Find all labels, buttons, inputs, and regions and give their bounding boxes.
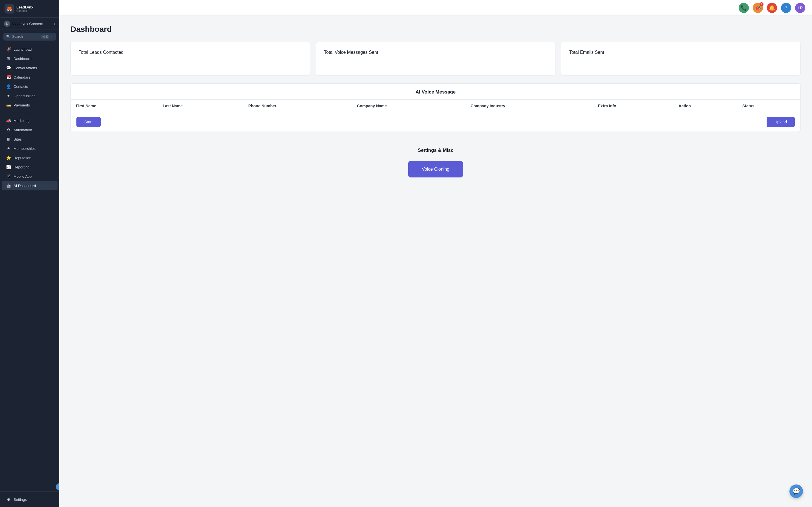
settings-misc-section: Settings & Misc Voice Cloning — [70, 140, 801, 185]
sidebar-item-ai-dashboard[interactable]: 🤖 AI Dashboard — [2, 181, 57, 190]
stat-card-leads: Total Leads Contacted – — [70, 42, 310, 75]
sidebar-item-reporting[interactable]: 📈 Reporting — [2, 163, 57, 172]
sidebar-collapse-button[interactable]: ‹ — [56, 483, 59, 490]
stat-value-leads: – — [79, 59, 302, 67]
reputation-icon: ⭐ — [6, 156, 11, 160]
ai-voice-section: AI Voice Message First Name Last Name Ph… — [70, 83, 801, 132]
ai-dashboard-icon: 🤖 — [6, 183, 11, 188]
col-company-name: Company Name — [352, 100, 465, 112]
sidebar-item-label: Automation — [13, 128, 32, 132]
notification-badge: 3 — [760, 2, 763, 6]
sidebar-item-marketing[interactable]: 📣 Marketing — [2, 116, 57, 125]
col-phone: Phone Number — [243, 100, 352, 112]
stats-row: Total Leads Contacted – Total Voice Mess… — [70, 42, 801, 75]
sidebar-item-label: Settings — [13, 497, 27, 502]
user-avatar[interactable]: LP — [795, 3, 805, 13]
ai-voice-section-title: AI Voice Message — [71, 83, 801, 100]
stat-label-leads: Total Leads Contacted — [79, 50, 302, 55]
col-extra-info: Extra Info — [593, 100, 673, 112]
settings-buttons: Voice Cloning — [76, 161, 795, 177]
contacts-icon: 👤 — [6, 84, 11, 89]
sidebar-item-contacts[interactable]: 👤 Contacts — [2, 82, 57, 91]
sidebar-item-payments[interactable]: 💳 Payments — [2, 101, 57, 110]
stat-card-emails: Total Emails Sent – — [561, 42, 801, 75]
sidebar-item-mobile-app[interactable]: 📱 Mobile App — [2, 172, 57, 181]
opportunities-icon: ✦ — [6, 94, 11, 98]
chevron-down-icon: ⌃↕ — [52, 22, 55, 25]
ai-voice-table-wrapper: First Name Last Name Phone Number Compan… — [71, 100, 801, 112]
sidebar-item-label: Conversations — [13, 66, 37, 70]
sidebar-item-calendars[interactable]: 📅 Calendars — [2, 73, 57, 82]
sidebar-item-label: Sites — [13, 137, 22, 142]
nav-divider — [3, 113, 56, 113]
nav-section-secondary: 📣 Marketing ⚙ Automation 🖥 Sites ★ Membe… — [0, 115, 59, 191]
sidebar-item-conversations[interactable]: 💬 Conversations — [2, 63, 57, 72]
help-button[interactable]: ? — [781, 3, 791, 13]
sidebar-item-label: Memberships — [13, 147, 36, 151]
logo-subtext: Connect — [16, 9, 33, 12]
calendars-icon: 📅 — [6, 75, 11, 79]
sidebar-item-label: Contacts — [13, 84, 28, 89]
col-company-industry: Company Industry — [465, 100, 593, 112]
phone-button[interactable]: 📞 — [739, 3, 749, 13]
stat-value-emails: – — [569, 59, 793, 67]
search-icon: 🔍 — [6, 35, 10, 39]
sites-icon: 🖥 — [6, 137, 11, 142]
workspace-avatar: L — [4, 20, 10, 27]
bell-icon: 🔔 — [769, 5, 775, 11]
phone-icon: 📞 — [741, 5, 747, 11]
sidebar-item-opportunities[interactable]: ✦ Opportunities — [2, 91, 57, 100]
col-first-name: First Name — [71, 100, 158, 112]
help-icon: ? — [784, 5, 787, 10]
chat-bubble-button[interactable]: 💬 — [790, 485, 803, 498]
topbar: 📞 📣 3 🔔 ? LP — [59, 0, 812, 16]
voice-cloning-button[interactable]: Voice Cloning — [408, 161, 463, 177]
memberships-icon: ★ — [6, 146, 11, 151]
marketing-icon: 📣 — [6, 118, 11, 123]
search-add-icon[interactable]: + — [51, 34, 53, 39]
sidebar-item-sites[interactable]: 🖥 Sites — [2, 135, 57, 144]
sidebar-item-label: Marketing — [13, 119, 30, 123]
stat-label-emails: Total Emails Sent — [569, 50, 793, 55]
conversations-icon: 💬 — [6, 66, 11, 70]
col-action: Action — [673, 100, 737, 112]
sidebar-logo: 🦊 LeadLynx Connect — [0, 0, 59, 18]
sidebar-item-memberships[interactable]: ★ Memberships — [2, 144, 57, 153]
workspace-selector[interactable]: L LeadLynx Connect ⌃↕ — [0, 18, 59, 30]
bell-button[interactable]: 🔔 — [767, 3, 777, 13]
logo-icon: 🦊 — [4, 4, 14, 13]
table-actions-row: Start Upload — [71, 112, 801, 131]
sidebar-bottom: ⚙ Settings — [0, 492, 59, 507]
payments-icon: 💳 — [6, 103, 11, 107]
content-area: Dashboard Total Leads Contacted – Total … — [59, 16, 812, 507]
settings-section-title: Settings & Misc — [76, 148, 795, 153]
workspace-name: LeadLynx Connect — [12, 22, 43, 26]
sidebar-item-launchpad[interactable]: 🚀 Launchpad — [2, 45, 57, 54]
sidebar-item-label: Reporting — [13, 165, 29, 169]
sidebar-item-label: Opportunities — [13, 94, 35, 98]
stat-card-voice: Total Voice Messages Sent – — [316, 42, 555, 75]
sidebar-item-reputation[interactable]: ⭐ Reputation — [2, 153, 57, 162]
settings-icon: ⚙ — [6, 497, 11, 502]
megaphone-button[interactable]: 📣 3 — [753, 3, 763, 13]
sidebar-item-label: Dashboard — [13, 57, 32, 61]
upload-button[interactable]: Upload — [767, 117, 795, 127]
stat-label-voice: Total Voice Messages Sent — [324, 50, 547, 55]
nav-section-main: 🚀 Launchpad ⊞ Dashboard 💬 Conversations … — [0, 43, 59, 111]
sidebar-item-label: Launchpad — [13, 47, 32, 52]
mobile-app-icon: 📱 — [6, 174, 11, 179]
search-bar[interactable]: 🔍 Search ⌘ K + — [3, 33, 56, 41]
automation-icon: ⚙ — [6, 128, 11, 132]
launchpad-icon: 🚀 — [6, 47, 11, 52]
sidebar-item-label: Payments — [13, 103, 30, 107]
sidebar-item-automation[interactable]: ⚙ Automation — [2, 125, 57, 134]
sidebar-item-label: AI Dashboard — [13, 184, 36, 188]
ai-voice-table: First Name Last Name Phone Number Compan… — [71, 100, 801, 112]
reporting-icon: 📈 — [6, 165, 11, 169]
sidebar-item-label: Mobile App — [13, 174, 32, 179]
start-button[interactable]: Start — [77, 117, 101, 127]
col-status: Status — [737, 100, 801, 112]
sidebar-item-dashboard[interactable]: ⊞ Dashboard — [2, 54, 57, 63]
sidebar-item-settings[interactable]: ⚙ Settings — [2, 495, 57, 504]
logo-text: LeadLynx — [16, 5, 33, 10]
